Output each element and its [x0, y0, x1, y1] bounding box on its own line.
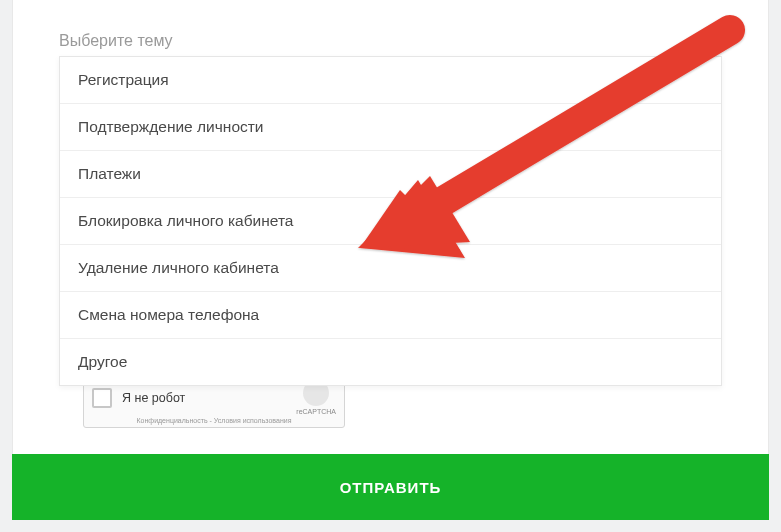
- dropdown-item-registration[interactable]: Регистрация: [60, 57, 721, 104]
- chevron-down-icon: [706, 36, 722, 46]
- recaptcha-label: Я не робот: [122, 391, 296, 405]
- recaptcha-checkbox[interactable]: [92, 388, 112, 408]
- dropdown-item-identity[interactable]: Подтверждение личности: [60, 104, 721, 151]
- form-panel: Выберите тему Регистрация Подтверждение …: [12, 0, 769, 520]
- recaptcha-brand-text: reCAPTCHA: [296, 408, 336, 416]
- dropdown-item-change-phone[interactable]: Смена номера телефона: [60, 292, 721, 339]
- topic-dropdown: Регистрация Подтверждение личности Плате…: [59, 56, 722, 386]
- dropdown-item-block-account[interactable]: Блокировка личного кабинета: [60, 198, 721, 245]
- recaptcha-footer: Конфиденциальность - Условия использован…: [84, 417, 344, 424]
- topic-select[interactable]: Выберите тему: [59, 0, 722, 60]
- dropdown-item-payments[interactable]: Платежи: [60, 151, 721, 198]
- submit-button-label: ОТПРАВИТЬ: [340, 479, 442, 496]
- dropdown-item-delete-account[interactable]: Удаление личного кабинета: [60, 245, 721, 292]
- submit-button[interactable]: ОТПРАВИТЬ: [12, 454, 769, 520]
- dropdown-item-other[interactable]: Другое: [60, 339, 721, 385]
- topic-select-label: Выберите тему: [59, 32, 173, 50]
